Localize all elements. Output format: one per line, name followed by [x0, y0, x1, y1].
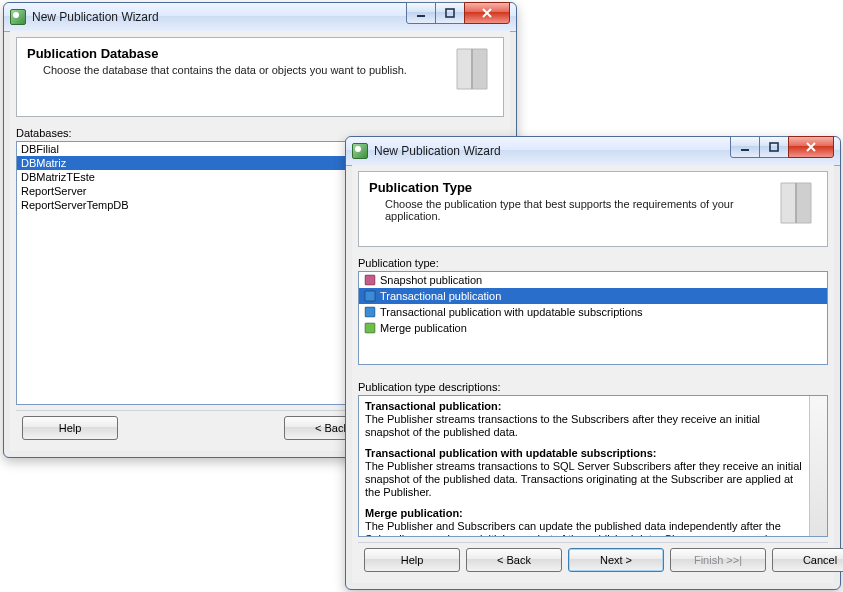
list-item[interactable]: Merge publication — [359, 320, 827, 336]
description-title: Merge publication: — [365, 507, 463, 519]
app-icon — [10, 9, 26, 25]
pubtype-icon — [363, 289, 377, 303]
back-button[interactable]: < Back — [466, 548, 562, 572]
list-item-label: Merge publication — [380, 322, 467, 334]
description-paragraph: Transactional publication:The Publisher … — [365, 400, 821, 439]
page-subtitle: Choose the publication type that best su… — [385, 198, 749, 222]
titlebar[interactable]: New Publication Wizard — [346, 137, 840, 166]
svg-rect-2 — [741, 149, 749, 151]
window-publication-type: New Publication Wizard Publication Type … — [345, 136, 841, 590]
maximize-button[interactable] — [759, 136, 789, 158]
list-item[interactable]: Transactional publication with updatable… — [359, 304, 827, 320]
button-row: Help < Back Next > Finish >>| Cancel — [358, 542, 828, 577]
titlebar[interactable]: New Publication Wizard — [4, 3, 516, 32]
wizard-header: Publication Database Choose the database… — [16, 37, 504, 117]
list-item-label: Transactional publication — [380, 290, 501, 302]
list-item-label: Transactional publication with updatable… — [380, 306, 643, 318]
page-subtitle: Choose the database that contains the da… — [43, 64, 425, 76]
svg-rect-3 — [770, 143, 778, 151]
description-box[interactable]: Transactional publication:The Publisher … — [358, 395, 828, 537]
description-paragraph: Merge publication:The Publisher and Subs… — [365, 507, 821, 537]
list-item[interactable]: Snapshot publication — [359, 272, 827, 288]
book-icon — [447, 44, 497, 94]
desc-label: Publication type descriptions: — [358, 381, 828, 393]
finish-button: Finish >>| — [670, 548, 766, 572]
cancel-button[interactable]: Cancel — [772, 548, 843, 572]
scrollbar-thumb[interactable] — [810, 436, 825, 478]
pubtype-listbox[interactable]: Snapshot publicationTransactional public… — [358, 271, 828, 365]
svg-rect-1 — [446, 9, 454, 17]
minimize-button[interactable] — [406, 2, 436, 24]
description-title: Transactional publication with updatable… — [365, 447, 657, 459]
description-title: Transactional publication: — [365, 400, 501, 412]
list-item[interactable]: Transactional publication — [359, 288, 827, 304]
page-title: Publication Database — [27, 46, 425, 61]
list-item-label: Snapshot publication — [380, 274, 482, 286]
app-icon — [352, 143, 368, 159]
pubtype-label: Publication type: — [358, 257, 828, 269]
client-area: Publication Type Choose the publication … — [352, 165, 834, 583]
help-button[interactable]: Help — [364, 548, 460, 572]
pubtype-icon — [363, 305, 377, 319]
svg-rect-0 — [417, 15, 425, 17]
pubtype-icon — [363, 273, 377, 287]
page-title: Publication Type — [369, 180, 749, 195]
svg-rect-6 — [365, 307, 375, 317]
maximize-button[interactable] — [435, 2, 465, 24]
svg-rect-5 — [365, 291, 375, 301]
minimize-button[interactable] — [730, 136, 760, 158]
help-button[interactable]: Help — [22, 416, 118, 440]
window-buttons — [407, 2, 510, 24]
window-buttons — [731, 136, 834, 158]
close-button[interactable] — [464, 2, 510, 24]
svg-rect-4 — [365, 275, 375, 285]
svg-rect-7 — [365, 323, 375, 333]
book-icon — [771, 178, 821, 228]
pubtype-icon — [363, 321, 377, 335]
description-paragraph: Transactional publication with updatable… — [365, 447, 821, 499]
wizard-header: Publication Type Choose the publication … — [358, 171, 828, 247]
next-button[interactable]: Next > — [568, 548, 664, 572]
close-button[interactable] — [788, 136, 834, 158]
